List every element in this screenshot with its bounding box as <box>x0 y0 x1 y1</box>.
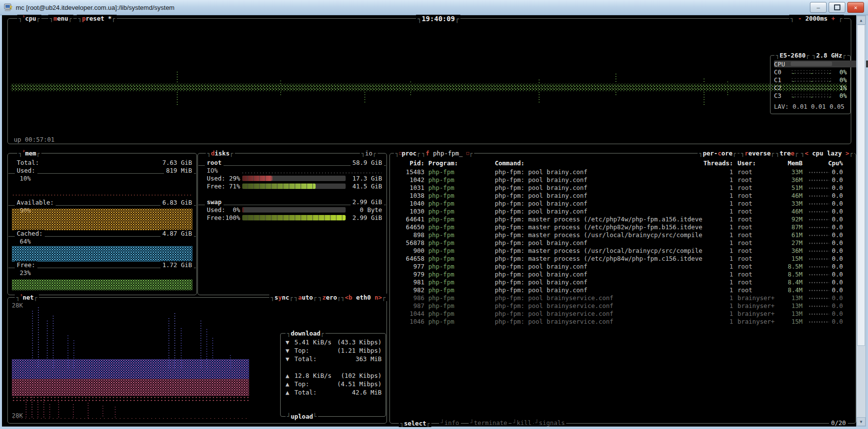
process-threads: 1 <box>685 239 733 246</box>
menu-button[interactable]: menu <box>48 15 73 22</box>
process-row[interactable]: 64658 php-fpm php-fpm: master process (/… <box>390 255 856 263</box>
signals-key[interactable]: signals <box>534 419 566 427</box>
disk-swap-used-label: Used: 0% <box>205 206 242 214</box>
process-row[interactable]: 982 php-fpm php-fpm: pool brainy.conf 1 … <box>390 286 856 294</box>
process-command: php-fpm: pool brainy.conf <box>495 200 587 207</box>
process-threads: 1 <box>685 310 733 317</box>
download-arrow-icon: ▼ <box>286 347 289 354</box>
col-threads[interactable]: Threads: <box>685 159 733 167</box>
process-mem: 46M <box>772 208 803 215</box>
process-pid: 900 <box>394 247 424 254</box>
process-row[interactable]: 1042 php-fpm php-fpm: pool brainy.conf 1… <box>390 176 856 184</box>
download-arrow-icon: ▼ <box>286 355 289 363</box>
col-program[interactable]: Program: <box>428 159 458 167</box>
process-row[interactable]: 987 php-fpm php-fpm: pool brainyservice.… <box>390 302 856 310</box>
process-row[interactable]: 898 php-fpm php-fpm: master process (/us… <box>390 231 856 239</box>
process-row[interactable]: 1046 php-fpm php-fpm: pool brainyservice… <box>390 318 856 326</box>
process-row[interactable]: 1030 php-fpm php-fpm: pool brainy.conf 1… <box>390 208 856 215</box>
scroll-up-icon[interactable]: ▲ <box>857 16 866 25</box>
process-command: php-fpm: pool brainyservice.conf <box>495 310 613 317</box>
mem-available-label: Available: <box>15 199 56 206</box>
sort-selector[interactable]: < cpu lazy > <box>800 150 854 157</box>
process-user: brainyser+ <box>738 310 774 317</box>
core-usage-graph <box>791 70 832 74</box>
kill-key[interactable]: kill <box>512 419 533 427</box>
maximize-button[interactable] <box>829 2 845 13</box>
process-threads: 1 <box>685 200 733 207</box>
process-row[interactable]: 56878 php-fpm php-fpm: pool brainy.conf … <box>390 239 856 247</box>
process-pid: 1031 <box>394 184 424 191</box>
process-cpu: 0.0 <box>814 271 843 278</box>
process-row[interactable]: 64641 php-fpm php-fpm: master process (/… <box>390 215 856 223</box>
tree-toggle[interactable]: tree <box>774 150 800 157</box>
reverse-toggle[interactable]: reverse <box>739 150 776 157</box>
net-box-title[interactable]: ³net <box>15 294 39 301</box>
net-auto-toggle[interactable]: auto <box>293 294 318 301</box>
process-cpu: 0.0 <box>814 294 843 302</box>
putty-window: mc [root@ub24.itdeveloper.com.ua]:/lib/s… <box>0 0 868 429</box>
process-mem: 15M <box>772 255 803 262</box>
col-mem[interactable]: MemB <box>772 159 803 167</box>
process-cpu: 0.0 <box>814 200 843 207</box>
process-row[interactable]: 986 php-fpm php-fpm: pool brainyservice.… <box>390 294 856 302</box>
mem-free-value: 1.72 GiB <box>161 261 194 269</box>
disk-root-free-bar <box>242 184 346 189</box>
net-zero-toggle[interactable]: zero <box>317 294 342 301</box>
minimize-button[interactable]: — <box>810 2 827 13</box>
process-command: php-fpm: master process (/usr/local/brai… <box>495 231 702 239</box>
sort-next-icon[interactable]: > <box>845 150 849 157</box>
col-user[interactable]: User: <box>738 159 756 167</box>
process-pid: 979 <box>394 271 424 278</box>
scroll-down-icon[interactable]: ▼ <box>857 417 866 426</box>
mem-used-graph <box>12 194 193 196</box>
process-row[interactable]: 900 php-fpm php-fpm: master process (/us… <box>390 247 856 255</box>
col-command[interactable]: Command: <box>495 159 524 167</box>
process-program: php-fpm <box>428 318 454 325</box>
process-threads: 1 <box>685 286 733 294</box>
proc-box-title[interactable]: □proc <box>394 150 422 157</box>
info-key[interactable]: info <box>439 419 461 427</box>
titlebar[interactable]: mc [root@ub24.itdeveloper.com.ua]:/lib/s… <box>0 0 868 15</box>
process-program: php-fpm <box>428 168 454 176</box>
net-sync-toggle[interactable]: sync <box>269 294 294 301</box>
process-user: root <box>738 247 752 254</box>
process-row[interactable]: 64650 php-fpm php-fpm: master process (/… <box>390 223 856 231</box>
cpu-box-title[interactable]: ¹cpu <box>17 15 41 22</box>
load-average: LAV: 0.01 0.01 0.05 <box>774 103 844 110</box>
close-button[interactable]: ✕ <box>847 2 864 13</box>
sort-prev-icon[interactable]: < <box>805 150 809 157</box>
process-row[interactable]: 1031 php-fpm php-fpm: pool brainy.conf 1… <box>390 184 856 192</box>
process-row[interactable]: 979 php-fpm php-fpm: pool brainy.conf 1 … <box>390 271 856 278</box>
interval-minus-button[interactable]: - <box>798 15 802 22</box>
process-cpu: 0.0 <box>814 278 843 286</box>
per-core-toggle[interactable]: per-core <box>698 150 738 157</box>
preset-button[interactable]: preset * <box>77 15 117 22</box>
mem-cached-label: Cached: <box>15 230 45 237</box>
interval-plus-button[interactable]: + <box>831 15 835 22</box>
col-pid[interactable]: Pid: <box>394 159 424 167</box>
process-command: php-fpm: pool brainy.conf <box>495 263 587 270</box>
process-command: php-fpm: pool brainy.conf <box>495 286 587 294</box>
col-cpu[interactable]: Cpu% <box>814 159 843 167</box>
process-threads: 1 <box>685 302 733 309</box>
process-row[interactable]: 977 php-fpm php-fpm: pool brainy.conf 1 … <box>390 263 856 271</box>
scrollbar-thumb[interactable] <box>857 25 865 346</box>
proc-filter[interactable]: f php-fpm_ □ <box>420 150 474 157</box>
disk-swap-name: swap <box>205 198 224 206</box>
process-user: root <box>738 239 752 246</box>
terminate-key[interactable]: terminate <box>469 419 509 427</box>
interval-control: - 2000ms + <box>789 15 844 22</box>
terminal-scrollbar[interactable]: ▲ ▼ <box>856 15 866 427</box>
process-cpu: 0.0 <box>814 318 843 325</box>
net-interface-switcher[interactable]: <b eth0 n> <box>340 294 387 301</box>
process-row[interactable]: 1040 php-fpm php-fpm: pool brainy.conf 1… <box>390 200 856 208</box>
process-row[interactable]: 981 php-fpm php-fpm: pool brainy.conf 1 … <box>390 278 856 286</box>
select-key[interactable]: select <box>399 420 431 427</box>
mem-box-title[interactable]: ²mem <box>17 150 41 157</box>
io-toggle[interactable]: io <box>360 150 378 157</box>
process-user: root <box>738 278 752 286</box>
process-row[interactable]: 15483 php-fpm php-fpm: pool brainy.conf … <box>390 168 856 176</box>
process-row[interactable]: 1044 php-fpm php-fpm: pool brainyservice… <box>390 310 856 318</box>
process-command: php-fpm: pool brainyservice.conf <box>495 302 613 309</box>
process-row[interactable]: 1038 php-fpm php-fpm: pool brainy.conf 1… <box>390 192 856 200</box>
